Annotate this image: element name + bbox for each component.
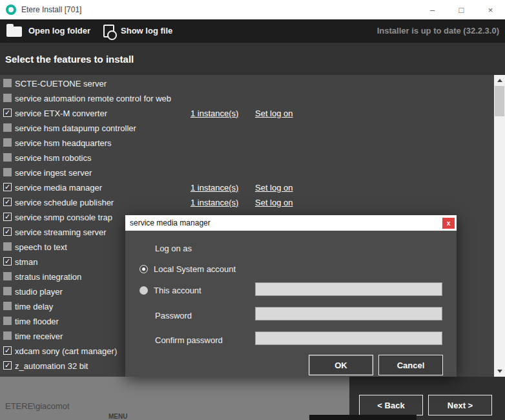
password-input[interactable] [255, 307, 442, 320]
feature-label: SCTE-CUETONE server [15, 79, 107, 89]
feature-label: service media manager [15, 183, 102, 193]
feature-checkbox[interactable] [3, 123, 12, 132]
page-title: Select the features to install [5, 54, 134, 65]
open-log-folder-button[interactable]: Open log folder [0, 19, 97, 42]
next-button[interactable]: Next > [428, 395, 492, 415]
feature-label: service automation remote control for we… [15, 94, 171, 103]
set-logon-link[interactable]: Set log on [255, 109, 293, 118]
feature-checkbox[interactable] [3, 198, 12, 206]
logon-dialog: service media manager x Log on as Local … [125, 215, 457, 377]
feature-checkbox[interactable] [3, 317, 12, 325]
feature-label: service ingest server [15, 168, 92, 178]
window-title: Etere Install [701] [21, 5, 81, 14]
password-label: Password [155, 311, 192, 320]
local-system-label: Local System account [154, 264, 236, 274]
feature-row[interactable]: service schedule publisher1 instance(s)S… [0, 195, 494, 210]
feature-checkbox[interactable] [3, 331, 12, 340]
feature-label: service snmp console trap [15, 213, 112, 222]
feature-checkbox[interactable] [3, 227, 12, 236]
vertical-scrollbar[interactable] [494, 75, 505, 377]
feature-checkbox[interactable] [3, 272, 12, 280]
instances-link[interactable]: 1 instance(s) [191, 109, 238, 118]
this-account-radio-row[interactable]: This account [139, 286, 201, 295]
background-window-fragment [309, 415, 417, 420]
installer-status-text: Installer is up to date (32.2.3.0) [377, 26, 499, 36]
feature-row[interactable]: service automation remote control for we… [0, 91, 494, 106]
title-bar[interactable]: Etere Install [701] – □ × [0, 0, 505, 19]
local-system-radio-row[interactable]: Local System account [139, 264, 236, 274]
set-logon-link[interactable]: Set log on [255, 183, 293, 193]
features-header: Select the features to install [0, 42, 505, 75]
feature-row[interactable]: service media manager1 instance(s)Set lo… [0, 180, 494, 195]
feature-checkbox[interactable] [3, 302, 12, 310]
feature-checkbox[interactable] [3, 153, 12, 162]
feature-row[interactable]: SCTE-CUETONE server [0, 76, 494, 91]
feature-checkbox[interactable] [3, 346, 12, 355]
instances-link[interactable]: 1 instance(s) [191, 198, 238, 207]
feature-checkbox[interactable] [3, 287, 12, 295]
feature-checkbox[interactable] [3, 257, 12, 266]
feature-label: studio player [15, 287, 63, 297]
feature-label: service hsm robotics [15, 153, 91, 163]
feature-label: speech to text [15, 242, 67, 252]
account-input[interactable] [255, 282, 442, 296]
dialog-close-icon[interactable]: x [442, 218, 455, 229]
this-account-radio[interactable] [139, 286, 148, 295]
set-logon-link[interactable]: Set log on [255, 198, 293, 207]
etere-app-icon [6, 5, 16, 15]
feature-checkbox[interactable] [3, 138, 12, 147]
this-account-label: This account [154, 286, 201, 295]
feature-row[interactable]: service ETX-M converter1 instance(s)Set … [0, 106, 494, 121]
feature-row[interactable]: service ingest server [0, 165, 494, 180]
feature-label: service streaming server [15, 227, 107, 237]
current-user-text: ETERE\giacomot [5, 401, 70, 411]
toolbar: Open log folder Show log file Installer … [0, 19, 505, 42]
back-button[interactable]: < Back [359, 395, 423, 415]
folder-icon [6, 26, 22, 37]
feature-checkbox[interactable] [3, 242, 12, 251]
scroll-up-icon[interactable] [494, 75, 505, 86]
feature-label: time delay [15, 302, 53, 311]
feature-label: stratus integration [15, 272, 81, 282]
background-window-fragment-text: MENU [108, 413, 127, 420]
log-file-icon [103, 25, 114, 37]
window-controls: – □ × [418, 0, 505, 19]
feature-label: xdcam sony (cart manager) [15, 346, 117, 356]
ok-button[interactable]: OK [309, 355, 373, 375]
feature-checkbox[interactable] [3, 79, 12, 87]
instances-link[interactable]: 1 instance(s) [191, 183, 238, 193]
open-log-folder-label: Open log folder [28, 26, 90, 36]
feature-checkbox[interactable] [3, 109, 12, 117]
feature-label: service hsm headquarters [15, 138, 112, 148]
feature-row[interactable]: service hsm robotics [0, 151, 494, 165]
scrollbar-thumb[interactable] [495, 86, 504, 116]
feature-label: z_automation 32 bit [15, 361, 88, 371]
feature-label: service hsm datapump controller [15, 123, 136, 133]
confirm-password-label: Confirm password [155, 335, 223, 345]
cancel-button[interactable]: Cancel [378, 355, 443, 375]
dialog-title-bar[interactable]: service media manager x [125, 215, 457, 231]
feature-checkbox[interactable] [3, 168, 12, 176]
scroll-down-icon[interactable] [494, 366, 505, 377]
minimize-button[interactable]: – [418, 0, 447, 19]
feature-label: stman [15, 257, 37, 267]
feature-checkbox[interactable] [3, 94, 12, 102]
feature-row[interactable]: service hsm datapump controller [0, 121, 494, 136]
feature-row[interactable]: service hsm headquarters [0, 136, 494, 151]
footer-panel: ETERE\giacomot [0, 377, 349, 420]
confirm-password-input[interactable] [255, 331, 442, 345]
show-log-file-label: Show log file [121, 26, 172, 36]
local-system-radio[interactable] [139, 265, 148, 273]
feature-label: service ETX-M converter [15, 109, 107, 118]
feature-label: service schedule publisher [15, 198, 114, 207]
feature-label: time receiver [15, 331, 63, 341]
close-button[interactable]: × [476, 0, 505, 19]
show-log-file-button[interactable]: Show log file [97, 19, 179, 42]
feature-checkbox[interactable] [3, 361, 12, 370]
log-on-as-label: Log on as [155, 244, 192, 253]
feature-checkbox[interactable] [3, 213, 12, 221]
maximize-button[interactable]: □ [447, 0, 476, 19]
dialog-title: service media manager [130, 218, 211, 227]
feature-label: time flooder [15, 317, 59, 326]
feature-checkbox[interactable] [3, 183, 12, 191]
